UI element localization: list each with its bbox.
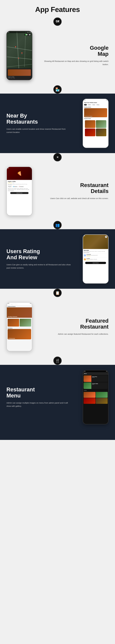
- menu-item-1-name: Spicy Pizza: [92, 376, 97, 377]
- submit-review-button[interactable]: Submit Review: [10, 192, 28, 194]
- popular-card-3: [85, 128, 95, 136]
- review-stars-2: ★★★★☆: [87, 260, 97, 261]
- nearby-screen-header: Find Your Perfect Store: [84, 102, 107, 103]
- nearby-stores-label: Nearby stores: [84, 106, 107, 108]
- menu-signal-icon: ●●●: [106, 371, 107, 372]
- nearby-categories: All Coffee Food Pizza: [84, 104, 107, 106]
- nearby-phone-mockup: 3:50 ●●● Find Your Perfect Store All Cof…: [75, 99, 109, 148]
- star-1: ★: [8, 182, 9, 184]
- featured-banner-label: Trending Collection: [8, 316, 17, 317]
- section-details: ✕ 🍕 ◀ Hugh's Co: [0, 153, 115, 221]
- featured-title: FeaturedRestaurant: [44, 318, 109, 330]
- cat-food[interactable]: Food: [92, 104, 96, 106]
- menu-icon: 🍴: [55, 359, 60, 363]
- gallery-img-4: [96, 398, 108, 404]
- section-icon-rating: 👥: [0, 221, 115, 229]
- section-menu: 🍴 RestaurantMenu Admin can assign multip…: [0, 356, 115, 430]
- svg-text:📍: 📍: [14, 46, 17, 48]
- featured-status-time: 3:48: [8, 303, 9, 304]
- menu-item-1-image: [84, 376, 91, 382]
- section-rating: 👥 Users RatingAnd Review Users Can give …: [0, 221, 115, 289]
- favorite-heart-icon[interactable]: ❤: [105, 236, 107, 238]
- section-icon-menu: 🍴: [0, 356, 115, 365]
- menu-item-2-name: Garden Salad: [92, 383, 98, 384]
- featured-phone-mockup: 3:48 ●●● Trending This Week Featured Sto…: [6, 302, 40, 352]
- rating-phone-mockup: ◀ ❤ Barnside 105, No Place, Marine Centr…: [75, 234, 109, 284]
- rating-content: Barnside 105, No Place, Marine Centre, S…: [83, 249, 108, 266]
- menu-desc: Admin can assign multiple images on menu…: [6, 401, 71, 408]
- cat-coffee[interactable]: Coffee: [87, 104, 92, 106]
- restaurant-name: Hugh's Coffee: [8, 181, 31, 182]
- nearby-icon-circle: 🏪: [53, 85, 62, 94]
- map-phone-mockup: 3:30 ●●● WiFi ▣: [6, 31, 40, 80]
- menu-phone-mockup: 3:50 ●●● Menu Spicy Pizza: [75, 370, 109, 424]
- nearby-text: Near ByRestaurants Users can enable curr…: [6, 113, 75, 134]
- menu-item-1: Spicy Pizza $12.99: [84, 376, 108, 382]
- svg-text:📍: 📍: [17, 58, 20, 60]
- direction-button[interactable]: 📍 Direction: [18, 186, 24, 187]
- menu-item-1-price: $12.99: [92, 377, 97, 378]
- call-button[interactable]: 📞 Call: [8, 186, 12, 187]
- toggle-switch-2[interactable]: [28, 34, 30, 35]
- popular-stores-label: Popular Store: [84, 118, 107, 120]
- featured-grid: [7, 318, 32, 327]
- map-toggle[interactable]: [24, 34, 31, 36]
- section-google-map: 🗺 3:30 ●●● WiFi ▣: [0, 18, 115, 85]
- rating-desc: Users Can give us easily rating and revi…: [6, 263, 71, 270]
- users-icon-circle: 👥: [53, 221, 62, 229]
- rating-submit-button[interactable]: Submit Review: [85, 262, 106, 264]
- toggle-switch[interactable]: [25, 34, 27, 35]
- signal-icon: ●●●: [27, 32, 28, 32]
- wifi-icon: WiFi: [28, 32, 30, 32]
- users-icon: 👥: [55, 223, 60, 227]
- popular-grid: [84, 120, 107, 136]
- rating-stars: ★ ★ ★ ★ ★ 4.5: [8, 182, 31, 184]
- cat-all[interactable]: All: [84, 104, 87, 106]
- featured-signal-icon: ●●●: [30, 303, 31, 304]
- featured-main-banner: Trending Collection: [7, 308, 32, 318]
- rating-value: 4.5: [13, 182, 14, 184]
- rating-hero-image: ◀ ❤: [83, 235, 108, 249]
- popular-card-4: [96, 128, 106, 136]
- rating-text: Users RatingAnd Review Users Can give us…: [6, 248, 75, 270]
- all-stores-card-label: All Restaurants: [8, 338, 15, 339]
- map-icon-circle: 🗺: [53, 18, 62, 26]
- details-content: Hugh's Coffee ★ ★ ★ ★ ★ 4.5 Show 280 By …: [7, 180, 32, 195]
- section-featured: 📋 3:48 ●●● Trending This Week: [0, 289, 115, 356]
- svg-text:📍: 📍: [21, 52, 23, 55]
- menu-screen-header: Menu: [83, 372, 108, 375]
- section-icon-nearby: 🏪: [0, 85, 115, 94]
- page-header: App Features: [0, 0, 115, 18]
- details-desc: Users Can click on call, website and che…: [44, 197, 109, 200]
- gallery-img-2: [96, 392, 108, 398]
- details-address: Show 280 By Places & Hyde Park Sports Ma…: [8, 184, 31, 185]
- reviewer-avatar-2: [84, 258, 86, 260]
- star-2: ★: [9, 182, 10, 184]
- map-card-addr: New York, USA: [8, 78, 31, 79]
- featured-screen: 3:48 ●●● Trending This Week Featured Sto…: [7, 302, 32, 351]
- review-item-2: user2023 Very nice ambiance, will revisi…: [84, 258, 107, 261]
- nearby-signal-icon: ●●●: [106, 100, 107, 100]
- rating-restaurant-name: Barnside: [84, 250, 107, 251]
- popular-card-1: [85, 120, 95, 128]
- featured-icon-circle: 📋: [53, 289, 62, 297]
- section-nearby: 🏪 Near ByRestaurants Users can enable cu…: [0, 85, 115, 153]
- fork-knife-icon-circle: ✕: [53, 153, 62, 162]
- review-item-1: reviewer001 Great food and amazing servi…: [84, 254, 107, 257]
- section-icon-featured: 📋: [0, 289, 115, 297]
- menu-title: RestaurantMenu: [6, 386, 71, 398]
- footer-space: [0, 430, 115, 440]
- rating-address: 105, No Place, Marine Centre, Sector 8, …: [84, 251, 107, 252]
- details-action-buttons: 📞 Call 🌐 Website 📍 Direction: [8, 186, 31, 187]
- website-button[interactable]: 🌐 Website: [12, 186, 18, 187]
- details-description: Welcome To Our Coffee is John's Coffee h…: [8, 188, 31, 191]
- cat-pizza[interactable]: Pizza: [96, 104, 100, 106]
- featured-desc: Admin can assign featured Restaurant for…: [44, 332, 109, 336]
- map-card-name: Hugh's Coffee: [8, 76, 31, 78]
- nearby-title: Near ByRestaurants: [6, 113, 71, 125]
- battery-icon: ▣: [30, 32, 31, 33]
- section-icon-details: ✕: [0, 153, 115, 162]
- star-3: ★: [10, 182, 11, 184]
- svg-line-4: [7, 64, 32, 67]
- store-icon: 🏪: [55, 87, 60, 92]
